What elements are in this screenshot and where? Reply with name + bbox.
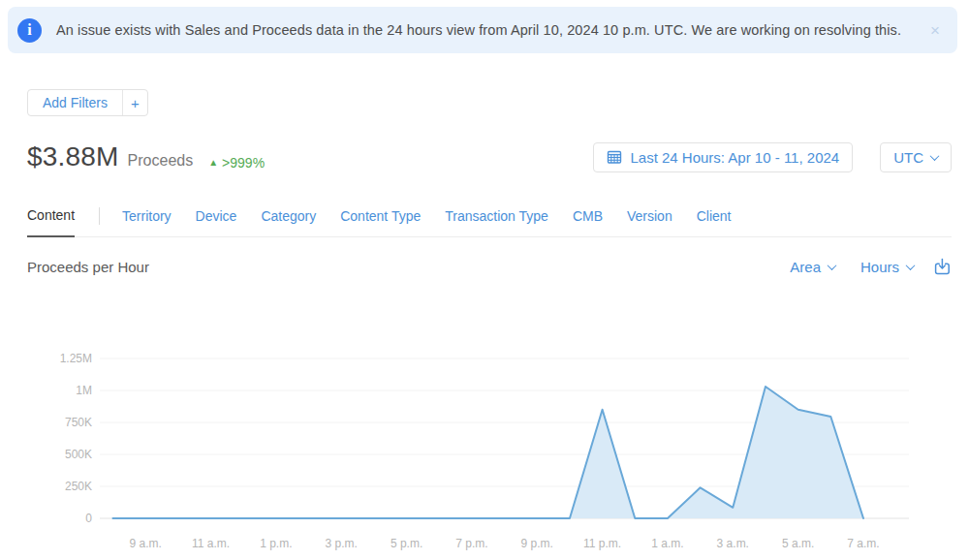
info-icon-glyph: i: [27, 22, 31, 38]
download-icon: [933, 258, 952, 276]
tab-cmb[interactable]: CMB: [573, 202, 603, 236]
svg-text:1 p.m.: 1 p.m.: [260, 537, 292, 550]
chevron-down-icon: [930, 151, 940, 161]
svg-text:11 a.m.: 11 a.m.: [192, 537, 230, 550]
tab-territory[interactable]: Territory: [122, 202, 172, 236]
trend-up-icon: ▲: [208, 157, 218, 168]
trend-change-value: >999%: [222, 155, 265, 171]
metric-trend: ▲ >999%: [208, 155, 265, 171]
svg-text:500K: 500K: [65, 448, 92, 461]
proceeds-metric: $3.88M Proceeds ▲ >999%: [27, 141, 265, 172]
svg-text:0: 0: [85, 512, 92, 525]
metrics-row: $3.88M Proceeds ▲ >999%: [27, 141, 952, 172]
tab-client[interactable]: Client: [697, 202, 732, 236]
chart-type-label: Area: [790, 259, 821, 275]
filters-row: Add Filters +: [27, 89, 952, 116]
tab-content-type[interactable]: Content Type: [340, 202, 421, 236]
tab-category[interactable]: Category: [261, 202, 316, 236]
metric-label: Proceeds: [128, 152, 194, 170]
chart-interval-dropdown[interactable]: Hours: [860, 259, 914, 275]
svg-text:3 a.m.: 3 a.m.: [717, 537, 749, 550]
tab-version[interactable]: Version: [627, 202, 672, 236]
close-icon[interactable]: ×: [930, 22, 940, 39]
banner-message: An issue exists with Sales and Proceeds …: [56, 22, 901, 38]
svg-text:750K: 750K: [65, 416, 92, 429]
info-icon: i: [17, 18, 42, 43]
tab-divider: [99, 207, 100, 225]
add-filters-button[interactable]: Add Filters: [28, 90, 122, 115]
svg-text:7 a.m.: 7 a.m.: [847, 537, 879, 550]
chevron-down-icon: [906, 261, 916, 270]
filters-segmented-button: Add Filters +: [27, 89, 148, 116]
tab-transaction-type[interactable]: Transaction Type: [445, 202, 548, 236]
svg-text:5 p.m.: 5 p.m.: [391, 537, 422, 550]
svg-text:1M: 1M: [76, 384, 92, 397]
main-content: Add Filters + $3.88M Proceeds ▲ >999%: [0, 53, 969, 276]
tab-content[interactable]: Content: [27, 202, 75, 237]
chart-type-dropdown[interactable]: Area: [790, 259, 835, 275]
date-range-label: Last 24 Hours: Apr 10 - 11, 2024: [630, 149, 839, 166]
range-controls: Last 24 Hours: Apr 10 - 11, 2024 UTC: [593, 142, 952, 172]
issue-banner: i An issue exists with Sales and Proceed…: [8, 7, 957, 53]
chart-title: Proceeds per Hour: [27, 259, 149, 275]
tab-device[interactable]: Device: [196, 202, 237, 236]
timezone-button[interactable]: UTC: [880, 142, 952, 172]
metric-value: $3.88M: [27, 141, 119, 172]
proceeds-area-chart: 1.25M1M750K500K250K09 a.m.11 a.m.1 p.m.3…: [0, 329, 969, 560]
svg-text:7 p.m.: 7 p.m.: [455, 537, 487, 550]
chart-header: Proceeds per Hour Area Hours: [27, 258, 952, 276]
download-button[interactable]: [933, 258, 952, 276]
timezone-label: UTC: [893, 149, 923, 166]
svg-text:250K: 250K: [65, 480, 92, 493]
chart-controls: Area Hours: [765, 258, 952, 276]
svg-text:5 a.m.: 5 a.m.: [782, 537, 814, 550]
svg-text:9 a.m.: 9 a.m.: [129, 537, 161, 550]
svg-text:1.25M: 1.25M: [60, 352, 92, 365]
add-filter-plus-button[interactable]: +: [122, 90, 147, 115]
dimension-tabs: Content Territory Device Category Conten…: [27, 202, 952, 237]
date-range-button[interactable]: Last 24 Hours: Apr 10 - 11, 2024: [593, 142, 853, 172]
chart-area: 1.25M1M750K500K250K09 a.m.11 a.m.1 p.m.3…: [0, 329, 969, 560]
chart-interval-label: Hours: [860, 259, 899, 275]
svg-text:9 p.m.: 9 p.m.: [521, 537, 553, 550]
svg-text:1 a.m.: 1 a.m.: [651, 537, 683, 550]
svg-text:11 p.m.: 11 p.m.: [583, 537, 621, 550]
svg-text:3 p.m.: 3 p.m.: [326, 537, 358, 550]
chevron-down-icon: [828, 261, 837, 270]
calendar-icon: [607, 149, 622, 165]
